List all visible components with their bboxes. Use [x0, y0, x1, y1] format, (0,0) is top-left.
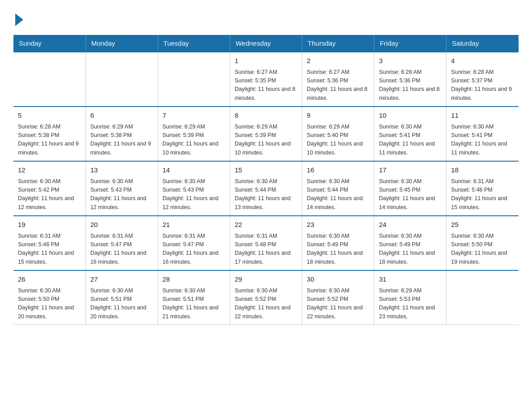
day-info: Sunrise: 6:31 AM Sunset: 5:46 PM Dayligh…: [18, 232, 81, 267]
calendar-cell: 23Sunrise: 6:30 AM Sunset: 5:49 PM Dayli…: [302, 216, 374, 270]
calendar-cell: 30Sunrise: 6:30 AM Sunset: 5:52 PM Dayli…: [302, 270, 374, 325]
day-info: Sunrise: 6:31 AM Sunset: 5:47 PM Dayligh…: [90, 232, 153, 267]
day-info: Sunrise: 6:30 AM Sunset: 5:41 PM Dayligh…: [379, 123, 442, 158]
day-info: Sunrise: 6:29 AM Sunset: 5:38 PM Dayligh…: [90, 123, 153, 158]
day-info: Sunrise: 6:31 AM Sunset: 5:46 PM Dayligh…: [451, 177, 514, 212]
calendar-cell: 11Sunrise: 6:30 AM Sunset: 5:41 PM Dayli…: [446, 107, 519, 161]
weekday-header-tuesday: Tuesday: [158, 35, 230, 52]
day-info: Sunrise: 6:30 AM Sunset: 5:49 PM Dayligh…: [307, 232, 369, 267]
calendar-cell: 20Sunrise: 6:31 AM Sunset: 5:47 PM Dayli…: [86, 216, 158, 270]
logo-arrow-icon: [15, 13, 23, 26]
page-header: [13, 9, 519, 26]
week-row-1: 1Sunrise: 6:27 AM Sunset: 5:35 PM Daylig…: [13, 52, 519, 107]
calendar-cell: 3Sunrise: 6:28 AM Sunset: 5:36 PM Daylig…: [374, 52, 446, 107]
day-info: Sunrise: 6:29 AM Sunset: 5:40 PM Dayligh…: [307, 123, 369, 158]
day-number: 24: [379, 220, 442, 230]
day-number: 30: [307, 274, 369, 285]
day-number: 9: [307, 111, 369, 121]
day-number: 5: [18, 111, 81, 121]
day-number: 16: [307, 165, 369, 176]
calendar-cell: 8Sunrise: 6:29 AM Sunset: 5:39 PM Daylig…: [230, 107, 302, 161]
calendar-cell: 17Sunrise: 6:30 AM Sunset: 5:45 PM Dayli…: [374, 161, 446, 216]
calendar-cell: 29Sunrise: 6:30 AM Sunset: 5:52 PM Dayli…: [230, 270, 302, 325]
day-info: Sunrise: 6:30 AM Sunset: 5:41 PM Dayligh…: [451, 123, 514, 158]
day-number: 11: [451, 111, 514, 121]
calendar-cell: 21Sunrise: 6:31 AM Sunset: 5:47 PM Dayli…: [158, 216, 230, 270]
day-number: 12: [18, 165, 81, 176]
calendar-cell: 26Sunrise: 6:30 AM Sunset: 5:50 PM Dayli…: [13, 270, 86, 325]
day-number: 17: [379, 165, 442, 176]
day-number: 6: [90, 111, 153, 121]
weekday-header-thursday: Thursday: [302, 35, 374, 52]
day-info: Sunrise: 6:30 AM Sunset: 5:44 PM Dayligh…: [307, 177, 369, 212]
calendar-cell: [446, 270, 519, 325]
day-info: Sunrise: 6:30 AM Sunset: 5:51 PM Dayligh…: [163, 287, 225, 321]
day-number: 15: [235, 165, 297, 176]
calendar-cell: [158, 52, 230, 107]
day-number: 31: [379, 274, 442, 285]
week-row-3: 12Sunrise: 6:30 AM Sunset: 5:42 PM Dayli…: [13, 161, 519, 216]
day-info: Sunrise: 6:30 AM Sunset: 5:49 PM Dayligh…: [379, 232, 442, 267]
calendar-cell: 9Sunrise: 6:29 AM Sunset: 5:40 PM Daylig…: [302, 107, 374, 161]
weekday-header-wednesday: Wednesday: [230, 35, 302, 52]
day-info: Sunrise: 6:30 AM Sunset: 5:50 PM Dayligh…: [451, 232, 514, 267]
day-info: Sunrise: 6:29 AM Sunset: 5:39 PM Dayligh…: [235, 123, 297, 158]
day-number: 21: [163, 220, 225, 230]
calendar-cell: 27Sunrise: 6:30 AM Sunset: 5:51 PM Dayli…: [86, 270, 158, 325]
calendar-cell: 22Sunrise: 6:31 AM Sunset: 5:48 PM Dayli…: [230, 216, 302, 270]
day-info: Sunrise: 6:28 AM Sunset: 5:36 PM Dayligh…: [379, 68, 442, 103]
day-number: 20: [90, 220, 153, 230]
day-number: 25: [451, 220, 514, 230]
day-number: 8: [235, 111, 297, 121]
day-number: 19: [18, 220, 81, 230]
calendar-cell: 19Sunrise: 6:31 AM Sunset: 5:46 PM Dayli…: [13, 216, 86, 270]
calendar-table: SundayMondayTuesdayWednesdayThursdayFrid…: [13, 35, 519, 325]
day-number: 14: [163, 165, 225, 176]
day-number: 28: [163, 274, 225, 285]
weekday-header-saturday: Saturday: [446, 35, 519, 52]
week-row-4: 19Sunrise: 6:31 AM Sunset: 5:46 PM Dayli…: [13, 216, 519, 270]
calendar-cell: 6Sunrise: 6:29 AM Sunset: 5:38 PM Daylig…: [86, 107, 158, 161]
logo: [13, 13, 23, 26]
calendar-cell: 18Sunrise: 6:31 AM Sunset: 5:46 PM Dayli…: [446, 161, 519, 216]
calendar-cell: [13, 52, 86, 107]
day-info: Sunrise: 6:31 AM Sunset: 5:48 PM Dayligh…: [235, 232, 297, 267]
week-row-5: 26Sunrise: 6:30 AM Sunset: 5:50 PM Dayli…: [13, 270, 519, 325]
weekday-header-monday: Monday: [86, 35, 158, 52]
weekday-header-sunday: Sunday: [13, 35, 86, 52]
day-number: 29: [235, 274, 297, 285]
calendar-cell: 4Sunrise: 6:28 AM Sunset: 5:37 PM Daylig…: [446, 52, 519, 107]
day-info: Sunrise: 6:28 AM Sunset: 5:37 PM Dayligh…: [451, 68, 514, 103]
calendar-cell: 28Sunrise: 6:30 AM Sunset: 5:51 PM Dayli…: [158, 270, 230, 325]
day-info: Sunrise: 6:30 AM Sunset: 5:43 PM Dayligh…: [163, 177, 225, 212]
calendar-cell: 5Sunrise: 6:28 AM Sunset: 5:38 PM Daylig…: [13, 107, 86, 161]
calendar-cell: [86, 52, 158, 107]
day-number: 2: [307, 56, 369, 66]
day-number: 3: [379, 56, 442, 66]
calendar-cell: 16Sunrise: 6:30 AM Sunset: 5:44 PM Dayli…: [302, 161, 374, 216]
day-info: Sunrise: 6:30 AM Sunset: 5:43 PM Dayligh…: [90, 177, 153, 212]
calendar-cell: 15Sunrise: 6:30 AM Sunset: 5:44 PM Dayli…: [230, 161, 302, 216]
calendar-cell: 14Sunrise: 6:30 AM Sunset: 5:43 PM Dayli…: [158, 161, 230, 216]
day-info: Sunrise: 6:31 AM Sunset: 5:47 PM Dayligh…: [163, 232, 225, 267]
day-info: Sunrise: 6:30 AM Sunset: 5:52 PM Dayligh…: [307, 287, 369, 321]
day-number: 26: [18, 274, 81, 285]
calendar-cell: 25Sunrise: 6:30 AM Sunset: 5:50 PM Dayli…: [446, 216, 519, 270]
week-row-2: 5Sunrise: 6:28 AM Sunset: 5:38 PM Daylig…: [13, 107, 519, 161]
calendar-cell: 10Sunrise: 6:30 AM Sunset: 5:41 PM Dayli…: [374, 107, 446, 161]
day-number: 10: [379, 111, 442, 121]
day-info: Sunrise: 6:27 AM Sunset: 5:35 PM Dayligh…: [235, 68, 297, 103]
calendar-cell: 7Sunrise: 6:29 AM Sunset: 5:39 PM Daylig…: [158, 107, 230, 161]
day-info: Sunrise: 6:30 AM Sunset: 5:45 PM Dayligh…: [379, 177, 442, 212]
calendar-cell: 24Sunrise: 6:30 AM Sunset: 5:49 PM Dayli…: [374, 216, 446, 270]
day-info: Sunrise: 6:30 AM Sunset: 5:42 PM Dayligh…: [18, 177, 81, 212]
day-number: 7: [163, 111, 225, 121]
day-info: Sunrise: 6:28 AM Sunset: 5:38 PM Dayligh…: [18, 123, 81, 158]
calendar-cell: 2Sunrise: 6:27 AM Sunset: 5:36 PM Daylig…: [302, 52, 374, 107]
day-info: Sunrise: 6:30 AM Sunset: 5:50 PM Dayligh…: [18, 287, 81, 321]
calendar-cell: 13Sunrise: 6:30 AM Sunset: 5:43 PM Dayli…: [86, 161, 158, 216]
day-info: Sunrise: 6:29 AM Sunset: 5:39 PM Dayligh…: [163, 123, 225, 158]
day-info: Sunrise: 6:30 AM Sunset: 5:52 PM Dayligh…: [235, 287, 297, 321]
day-info: Sunrise: 6:30 AM Sunset: 5:51 PM Dayligh…: [90, 287, 153, 321]
calendar-cell: 1Sunrise: 6:27 AM Sunset: 5:35 PM Daylig…: [230, 52, 302, 107]
